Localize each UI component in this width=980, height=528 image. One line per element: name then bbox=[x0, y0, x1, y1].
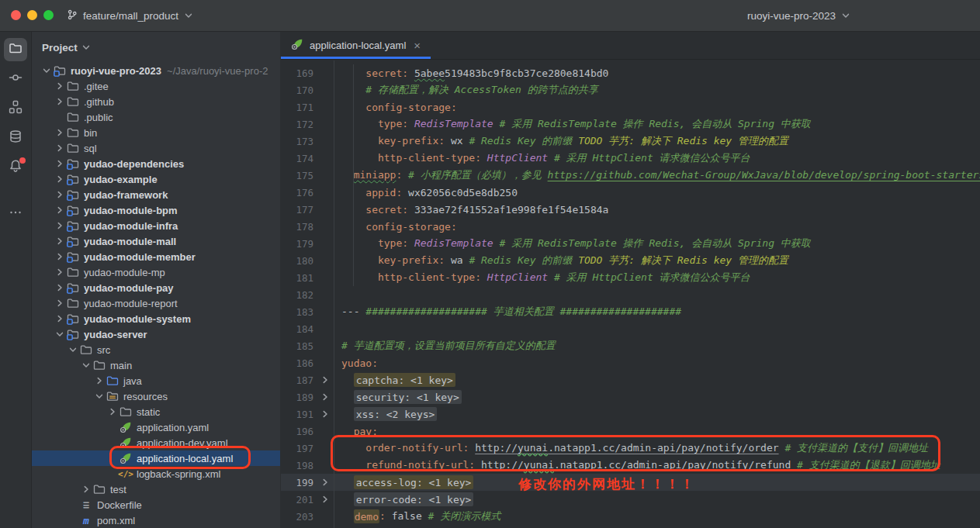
stripe-notifications-button[interactable] bbox=[4, 156, 27, 179]
code-line-content[interactable]: access-log: <1 key> bbox=[334, 477, 473, 488]
code-line-content[interactable]: captcha: <1 key> bbox=[334, 374, 455, 386]
chevron-down-icon[interactable] bbox=[40, 66, 53, 75]
chevron-right-icon[interactable] bbox=[53, 128, 66, 137]
tree-item-yudao-dependencies[interactable]: yudao-dependencies bbox=[32, 156, 280, 171]
close-tab-icon[interactable]: × bbox=[414, 40, 421, 51]
tree-item-static[interactable]: static bbox=[32, 404, 280, 419]
git-branch-widget[interactable]: feature/mall_product bbox=[67, 0, 193, 31]
tree-item-application-local-yaml[interactable]: application-local.yaml bbox=[32, 450, 280, 466]
module-folder-icon bbox=[66, 281, 80, 294]
code-line-content[interactable]: refund-notify-url: http://yunai.natapp1.… bbox=[334, 458, 940, 472]
chevron-right-icon[interactable] bbox=[53, 97, 66, 106]
tree-item-dockerfile[interactable]: ≡Dockerfile bbox=[32, 497, 280, 512]
tree-item-yudao-module-member[interactable]: yudao-module-member bbox=[32, 249, 280, 264]
minimize-window-button[interactable] bbox=[27, 10, 37, 20]
code-line-content[interactable]: http-client-type: HttpClient # 采用 HttpCl… bbox=[334, 271, 750, 285]
chevron-down-icon[interactable] bbox=[66, 345, 79, 354]
tree-item-sql[interactable]: sql bbox=[32, 140, 280, 156]
chevron-right-icon[interactable] bbox=[53, 314, 66, 323]
tree-item-yudao-example[interactable]: yudao-example bbox=[32, 171, 280, 187]
code-line-content[interactable]: security: <1 key> bbox=[334, 392, 462, 403]
tree-item-main[interactable]: main bbox=[32, 357, 280, 373]
tree-item-resources[interactable]: resources bbox=[32, 388, 280, 404]
tree-item-yudao-server[interactable]: yudao-server bbox=[32, 326, 280, 342]
chevron-right-icon[interactable] bbox=[53, 299, 66, 308]
fold-chevron-icon[interactable] bbox=[317, 392, 334, 402]
fold-chevron-icon[interactable] bbox=[317, 478, 334, 487]
tree-item-bin[interactable]: bin bbox=[32, 125, 280, 140]
fold-chevron-icon[interactable] bbox=[317, 375, 334, 385]
code-line-content[interactable]: config-storage: bbox=[334, 102, 457, 113]
code-line-content[interactable]: # 芋道配置项，设置当前项目所有自定义的配置 bbox=[334, 339, 556, 353]
line-number: 198 bbox=[281, 460, 317, 471]
chevron-right-icon[interactable] bbox=[53, 221, 66, 230]
code-line-content[interactable]: key-prefix: wa # Redis Key 的前缀 TODO 芋艿: … bbox=[334, 254, 788, 267]
code-line-content[interactable]: yudao: bbox=[334, 357, 378, 369]
chevron-down-icon[interactable] bbox=[79, 361, 92, 370]
code-line-content[interactable]: error-code: <1 key> bbox=[334, 494, 473, 506]
project-panel-header[interactable]: Project bbox=[32, 32, 280, 63]
tree-item-pom-xml[interactable]: mpom.xml bbox=[32, 512, 280, 528]
chevron-right-icon[interactable] bbox=[53, 81, 66, 91]
code-line-content[interactable]: # 存储配置，解决 AccessToken 的跨节点的共享 bbox=[334, 83, 598, 97]
code-line-content[interactable]: http-client-type: HttpClient # 采用 HttpCl… bbox=[334, 151, 750, 165]
chevron-right-icon[interactable] bbox=[53, 236, 66, 246]
chevron-down-icon[interactable] bbox=[53, 330, 66, 339]
tree-item-yudao-module-bpm[interactable]: yudao-module-bpm bbox=[32, 202, 280, 218]
code-line-content[interactable]: secret: 5abee519483bc9f8cb37ce280e814bd0 bbox=[334, 67, 608, 79]
chevron-right-icon[interactable] bbox=[53, 267, 66, 277]
close-window-button[interactable] bbox=[11, 10, 21, 20]
tree-item-ruoyi-vue-pro-2023[interactable]: ruoyi-vue-pro-2023~/Java/ruoyi-vue-pro-2 bbox=[32, 63, 280, 78]
chevron-right-icon[interactable] bbox=[53, 252, 66, 261]
chevron-right-icon[interactable] bbox=[92, 376, 106, 385]
tree-item-yudao-module-pay[interactable]: yudao-module-pay bbox=[32, 280, 280, 295]
zoom-window-button[interactable] bbox=[43, 10, 54, 20]
chevron-down-icon[interactable] bbox=[92, 392, 106, 401]
fold-chevron-icon[interactable] bbox=[317, 495, 334, 504]
code-line-content[interactable]: key-prefix: wx # Redis Key 的前缀 TODO 芋艿: … bbox=[334, 134, 788, 148]
tree-item-yudao-framework[interactable]: yudao-framework bbox=[32, 187, 280, 202]
code-line-content[interactable]: pay: bbox=[334, 426, 378, 437]
code-line-content[interactable]: type: RedisTemplate # 采用 RedisTemplate 操… bbox=[334, 117, 811, 131]
tree-item-public[interactable]: .public bbox=[32, 109, 280, 125]
chevron-right-icon[interactable] bbox=[53, 143, 66, 153]
chevron-right-icon[interactable] bbox=[53, 190, 66, 199]
chevron-right-icon[interactable] bbox=[53, 205, 66, 215]
code-line-content[interactable]: config-storage: bbox=[334, 221, 457, 233]
tree-item-application-dev-yaml[interactable]: application-dev.yaml bbox=[32, 435, 280, 450]
stripe-database-button[interactable] bbox=[4, 126, 27, 150]
chevron-right-icon[interactable] bbox=[79, 485, 92, 494]
tree-item-yudao-module-mall[interactable]: yudao-module-mall bbox=[32, 233, 280, 249]
editor-tab-application-local-yaml[interactable]: application-local.yaml × bbox=[281, 32, 431, 59]
project-name-widget[interactable]: ruoyi-vue-pro-2023 bbox=[747, 0, 850, 31]
tree-item-application-yaml[interactable]: application.yaml bbox=[32, 419, 280, 435]
tree-item-yudao-module-report[interactable]: yudao-module-report bbox=[32, 295, 280, 311]
code-line-content[interactable]: --- #################### 芋道相关配置 ########… bbox=[334, 305, 681, 319]
stripe-commit-button[interactable] bbox=[4, 67, 27, 91]
tree-item-test[interactable]: test bbox=[32, 481, 280, 497]
chevron-right-icon[interactable] bbox=[53, 283, 66, 292]
stripe-structure-button[interactable] bbox=[4, 97, 27, 120]
fold-chevron-icon[interactable] bbox=[317, 409, 334, 419]
tree-item-yudao-module-mp[interactable]: yudao-module-mp bbox=[32, 264, 280, 280]
tree-item-src[interactable]: src bbox=[32, 342, 280, 357]
chevron-right-icon[interactable] bbox=[106, 407, 119, 416]
tree-item-logback-spring-xml[interactable]: </>logback-spring.xml bbox=[32, 466, 280, 481]
code-line-content[interactable]: secret: 333ae72f41552af1e998fe1f54e1584a bbox=[334, 204, 608, 216]
code-line-content[interactable]: order-notify-url: http://yunai.natapp1.c… bbox=[334, 441, 928, 455]
tree-item-github[interactable]: .github bbox=[32, 94, 280, 109]
code-line-content[interactable]: xss: <2 keys> bbox=[334, 409, 437, 420]
code-line-content[interactable]: type: RedisTemplate # 采用 RedisTemplate 操… bbox=[334, 236, 811, 250]
stripe-project-button[interactable] bbox=[4, 38, 27, 61]
code-segment: config-storage: bbox=[365, 221, 456, 233]
tree-item-java[interactable]: java bbox=[32, 373, 280, 388]
chevron-right-icon[interactable] bbox=[53, 174, 66, 184]
stripe-more-button[interactable] bbox=[4, 202, 27, 226]
code-line-content[interactable]: demo: false # 关闭演示模式 bbox=[334, 509, 500, 523]
tree-item-yudao-module-system[interactable]: yudao-module-system bbox=[32, 311, 280, 326]
tree-item-yudao-module-infra[interactable]: yudao-module-infra bbox=[32, 218, 280, 233]
code-line-content[interactable]: appid: wx62056c0d5e8db250 bbox=[334, 187, 518, 198]
code-line-content[interactable]: miniapp: # 小程序配置（必填），参见 https://github.c… bbox=[334, 168, 980, 182]
chevron-right-icon[interactable] bbox=[53, 159, 66, 168]
tree-item-gitee[interactable]: .gitee bbox=[32, 78, 280, 94]
